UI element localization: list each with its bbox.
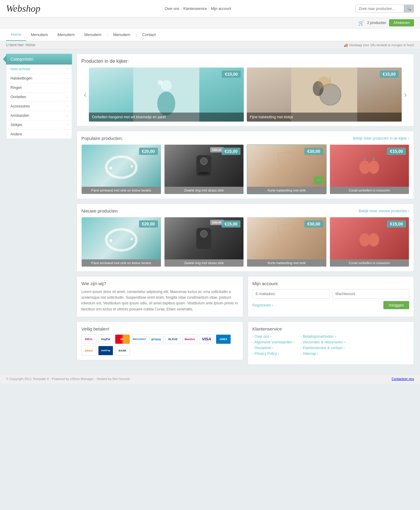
popular-section: Populaire producten: Bekijk meer product… — [77, 131, 414, 199]
cart-bar: 🛒 2 producten Afrekenen — [0, 17, 420, 29]
link-mijn-account[interactable]: Mijn account — [211, 7, 231, 11]
product-price: €15,00 — [222, 148, 240, 155]
nav-home[interactable]: Home — [6, 29, 26, 41]
search-button[interactable]: 🔍 — [404, 5, 414, 12]
category-oorbellen[interactable]: Oorbellen › — [6, 92, 72, 102]
product-price: €15,00 — [222, 220, 240, 228]
new-product-grid: €20,00 Parel armband met strik en kleine… — [81, 217, 409, 267]
category-ringen[interactable]: Ringen › — [6, 83, 72, 92]
search-input[interactable] — [356, 5, 404, 12]
account-title: Mijn account — [252, 281, 409, 286]
sidebar: Categorieën New arrivals › Halskettingen… — [6, 54, 72, 369]
category-new-arrivals[interactable]: New arrivals › — [6, 65, 72, 74]
product-carousel: ‹ €15,00 Oorbelle — [81, 68, 409, 122]
svg-point-26 — [131, 238, 133, 240]
featured-title: Producten in de kijker: — [81, 59, 409, 64]
category-strikjes[interactable]: Strikjes › — [6, 120, 72, 130]
view-more-new[interactable]: Bekijk meer nieuwe producten › — [359, 209, 409, 213]
footer-copyright: © Copyright 2011 Template 4 - Powered by… — [6, 377, 129, 381]
breadcrumb-bar: U bent hier: Home 🚚 Vandaag voor 18u bes… — [0, 41, 420, 49]
carousel-next-button[interactable]: › — [402, 90, 409, 99]
search-bar: 🔍 — [355, 5, 414, 13]
email-field[interactable] — [252, 289, 330, 299]
payment-icon-ideal: iDEAL — [81, 334, 96, 344]
carousel-item[interactable]: €15,00 Fijne halsketting met klokje — [247, 68, 402, 122]
carousel-item[interactable]: €15,00 Oorbellen hangend met wit bloemet… — [89, 68, 244, 122]
category-armbanden[interactable]: Armbanden › — [6, 111, 72, 120]
featured-price-1: €15,00 — [222, 71, 241, 78]
carousel-items: €15,00 Oorbellen hangend met wit bloemet… — [89, 68, 401, 122]
payment-icon-bancontact: Bancontact — [132, 334, 147, 344]
product-card[interactable]: €15,00 Corail oorbellen in roosvorm — [330, 144, 409, 194]
link-over-ons[interactable]: Over ons — [165, 7, 180, 11]
link-klantenservice[interactable]: Klantenservice — [183, 7, 207, 11]
svg-point-10 — [109, 167, 112, 170]
payment-service-row: Veilig betalen! iDEAL PayPal MC Banconta… — [77, 321, 414, 365]
view-more-popular[interactable]: Bekijk meer producten in de kijker › — [353, 136, 409, 140]
chevron-right-icon: › — [67, 133, 68, 136]
svg-point-2 — [157, 92, 175, 116]
service-link-algemene-voorwaarden[interactable]: - Algemene voorwaarden › — [252, 340, 295, 344]
service-link-verzenden[interactable]: - Verzenden & retourneren › — [301, 340, 345, 344]
service-link-sitemap[interactable]: - Sitemap › — [301, 352, 345, 356]
nav-menuitem-1[interactable]: Menuitem — [26, 29, 53, 41]
chevron-right-icon: › — [67, 123, 68, 127]
nav-menuitem-2[interactable]: Menuitem — [53, 29, 80, 41]
delivery-note: 🚚 Vandaag voor 18u besteld is morgen in … — [344, 43, 414, 47]
site-logo: Webshop — [6, 3, 40, 14]
about-title: Wie zijn wij? — [81, 281, 238, 286]
product-card[interactable]: €20,00 Parel armband met strik en kleine… — [81, 144, 161, 194]
header-links: Over ons | Klantenservice | Mijn account — [165, 7, 231, 11]
main-content: Categorieën New arrivals › Halskettingen… — [0, 49, 420, 374]
product-card[interactable]: €15,00 Corail oorbellen in roosvorm — [330, 217, 409, 267]
nav-menuitem-3[interactable]: Menuitem — [80, 29, 106, 41]
featured-caption-2: Fijne halsketting met klokje — [247, 113, 402, 122]
svg-point-21 — [373, 158, 375, 160]
product-card[interactable]: €20,00 Parel armband met strik en kleine… — [81, 217, 161, 267]
chevron-right-icon: › — [67, 105, 68, 108]
about-section: Wie zijn wij? Lorem ipsum dolor sit amet… — [77, 276, 243, 317]
service-link-betalingsmethoden[interactable]: - Betalingsmethoden › — [301, 334, 345, 339]
breadcrumb: U bent hier: Home — [6, 43, 35, 47]
service-col-2: - Betalingsmethoden › - Verzenden & reto… — [301, 334, 345, 357]
new-products-section: Nieuwe producten Bekijk meer nieuwe prod… — [77, 204, 414, 272]
list-item: New arrivals › — [6, 65, 72, 74]
add-to-cart-button[interactable]: 🛒 — [314, 177, 324, 184]
payment-title: Veilig betalen! — [81, 326, 238, 331]
product-card[interactable]: €30,00 Korte halsketting met strik — [247, 217, 327, 267]
product-price: €20,00 — [139, 148, 158, 155]
carousel-prev-button[interactable]: ‹ — [81, 90, 89, 99]
new-products-title: Nieuwe producten — [81, 208, 118, 213]
login-button[interactable]: Inloggen — [383, 301, 409, 309]
nav-contact[interactable]: Contact — [137, 29, 161, 41]
service-link-over-ons[interactable]: - Over ons › — [252, 334, 295, 339]
product-label: Parel armband met strik en kleine bedels — [82, 187, 161, 194]
product-card[interactable]: €30,00 €15,00 Zwarte ring met strass str… — [164, 144, 244, 194]
password-field[interactable] — [332, 289, 409, 299]
product-label: Zwarte ring met strass strik — [165, 187, 244, 194]
checkout-button[interactable]: Afrekenen — [389, 19, 414, 26]
category-andere[interactable]: Andere › — [6, 130, 72, 139]
nav-menuitem-4[interactable]: Menuitem — [108, 29, 135, 41]
sidebar-header: Categorieën — [6, 54, 72, 65]
footer-contact[interactable]: Contacteer ons — [391, 377, 414, 381]
product-price: €30,00 — [304, 220, 323, 228]
category-halskettingen[interactable]: Halskettingen › — [6, 74, 72, 83]
service-link-privacy-policy[interactable]: - Privacy Policy › — [252, 352, 295, 356]
register-link[interactable]: Registreren › — [252, 303, 273, 307]
svg-point-8 — [318, 77, 330, 89]
list-item: Strikjes › — [6, 120, 72, 130]
product-label: Corail oorbellen in roosvorm — [330, 259, 409, 267]
service-section: Klantenservice - Over ons › - Algemene v… — [248, 321, 414, 365]
footer: © Copyright 2011 Template 4 - Powered by… — [0, 374, 420, 384]
product-card[interactable]: €30,00 €15,00 Zwarte ring met strass str… — [164, 217, 244, 267]
product-price: €20,00 — [139, 220, 158, 228]
service-link-klantenservice[interactable]: - Klantenservice & contact › — [301, 346, 345, 350]
main-nav: Home Menuitem Menuitem Menuitem | Menuit… — [0, 29, 420, 41]
category-accessoires[interactable]: Accessoires › — [6, 102, 72, 111]
service-link-disclaimer[interactable]: - Disclaimer › — [252, 346, 295, 350]
product-card[interactable]: 🛒 €30,00 Korte halsketting met strik — [247, 144, 327, 194]
content-area: Producten in de kijker: ‹ — [77, 54, 414, 369]
product-label: Parel armband met strik en kleine bedels — [82, 259, 161, 267]
product-price: €15,00 — [387, 148, 406, 155]
